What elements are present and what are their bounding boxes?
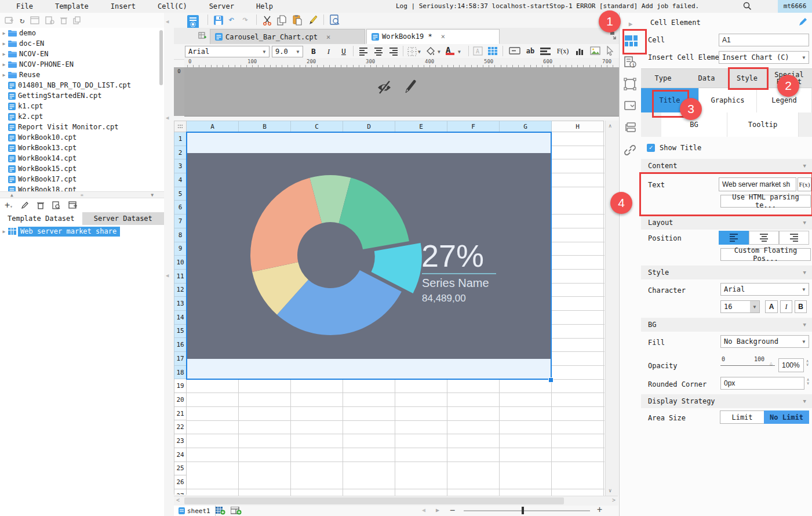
undo-button[interactable]: ↶ <box>228 13 234 25</box>
scroll-left-icon[interactable]: < <box>176 497 180 503</box>
hyperlink-panel-icon[interactable] <box>624 144 638 158</box>
align-center-icon[interactable] <box>373 46 384 58</box>
section-style[interactable]: Style▼ <box>641 266 812 279</box>
row-header-19[interactable]: 19 <box>174 379 187 393</box>
column-header-F[interactable]: F <box>447 121 500 132</box>
row-header-27[interactable]: 27 <box>174 489 187 495</box>
font-color-dropdown-icon[interactable]: ▼ <box>458 49 461 54</box>
tree-folder-ncov-phone-en[interactable]: ▶NCOV-PHONE-EN <box>0 59 164 70</box>
widget-panel-icon[interactable] <box>624 100 638 114</box>
paste-icon[interactable] <box>292 14 302 26</box>
row-header-24[interactable]: 24 <box>174 448 187 462</box>
tab-list-icon[interactable] <box>610 31 618 39</box>
row-header-3[interactable]: 3 <box>174 159 187 173</box>
italic-button[interactable]: I <box>323 46 334 57</box>
no-limit-button[interactable]: No Limit <box>764 410 809 424</box>
tree-file[interactable]: WorkBook17.cpt <box>0 174 164 184</box>
row-header-18[interactable]: 18 <box>174 366 187 380</box>
user-account-chip[interactable]: mt6666 <box>778 0 812 13</box>
tree-file[interactable]: WorkBook14.cpt <box>0 153 164 163</box>
selection-resize-handle[interactable] <box>548 377 554 383</box>
panel-splitter[interactable]: ▲=▼ <box>0 191 164 198</box>
tab-workbook19[interactable]: WorkBook19 * × <box>366 29 500 44</box>
fill-color-icon[interactable] <box>426 46 436 56</box>
tree-file[interactable]: k1.cpt <box>0 101 164 111</box>
row-header-23[interactable]: 23 <box>174 434 187 448</box>
font-size-select[interactable]: 9.0▼ <box>272 46 303 57</box>
zoom-out-icon[interactable]: − <box>450 505 455 515</box>
text-field-icon[interactable] <box>509 47 520 54</box>
new-folder-icon[interactable] <box>5 16 14 24</box>
edit-parameter-icon[interactable] <box>403 79 417 95</box>
underline-button[interactable]: U <box>338 46 349 57</box>
tree-file[interactable]: k2.cpt <box>0 111 164 122</box>
bold-style-button[interactable]: B <box>795 300 807 313</box>
column-header-C[interactable]: C <box>291 121 343 132</box>
tree-file[interactable]: Report Visit Monitor.cpt <box>0 122 164 132</box>
row-header-25[interactable]: 25 <box>174 462 187 476</box>
condition-panel-icon[interactable] <box>624 122 638 136</box>
row-header-21[interactable]: 21 <box>174 407 187 421</box>
custom-floating-button[interactable]: Custom Floating Pos... <box>720 248 811 261</box>
align-left-icon[interactable] <box>358 46 369 58</box>
tree-file[interactable]: GettingStartedEN.cpt <box>0 90 164 101</box>
position-right-button[interactable] <box>779 231 809 245</box>
zoom-in-icon[interactable]: + <box>597 504 602 515</box>
row-header-5[interactable]: 5 <box>174 187 187 201</box>
refresh-icon[interactable]: ↻ <box>20 16 24 24</box>
menu-item-file[interactable]: File <box>16 0 33 13</box>
collapse-handle-icon[interactable]: ◀ <box>166 115 169 121</box>
border-dropdown-icon[interactable]: ▼ <box>418 49 421 54</box>
row-header-14[interactable]: 14 <box>174 311 187 325</box>
font-color-icon[interactable]: A <box>446 45 454 55</box>
character-font-select[interactable]: Arial▼ <box>720 283 809 296</box>
tree-file[interactable]: 014801_NB_PR_TO_DO_LIST.cpt <box>0 80 164 90</box>
position-left-button[interactable] <box>719 231 749 245</box>
opacity-input[interactable]: 100% <box>778 358 804 372</box>
expand-arrow-icon[interactable]: ▶ <box>0 62 8 67</box>
column-header-G[interactable]: G <box>500 121 552 132</box>
close-tab-icon[interactable]: × <box>441 32 445 41</box>
redo-button[interactable]: ↷ <box>242 13 248 25</box>
rounded-corner-input[interactable]: 0px <box>720 377 804 390</box>
hide-preview-icon[interactable] <box>376 80 393 95</box>
tab-server-dataset[interactable]: Server Dataset <box>82 212 165 225</box>
fill-dropdown-icon[interactable]: ▼ <box>438 49 440 54</box>
row-header-12[interactable]: 12 <box>174 284 187 297</box>
limit-button[interactable]: Limit <box>720 410 764 424</box>
copy-icon[interactable] <box>73 16 81 24</box>
cell-ref-input[interactable]: A1 <box>719 34 809 46</box>
sheet-tab[interactable]: sheet1 <box>174 506 216 516</box>
prev-sheet-icon[interactable]: ◀ <box>422 507 425 513</box>
menu-item-insert[interactable]: Insert <box>111 0 136 13</box>
opacity-slider-handle[interactable]: △ <box>770 361 773 366</box>
image-insert-icon[interactable] <box>590 46 600 55</box>
delete-dataset-icon[interactable] <box>37 201 44 209</box>
section-display-strategy[interactable]: Display Strategy▼ <box>641 394 812 408</box>
row-header-10[interactable]: 10 <box>174 256 187 270</box>
section-layout[interactable]: Layout▼ <box>641 216 812 230</box>
cut-icon[interactable] <box>262 15 272 26</box>
fill-select[interactable]: No Background▼ <box>720 335 809 348</box>
new-template-icon[interactable] <box>198 32 206 40</box>
subtab-tooltip[interactable]: Tooltip <box>727 112 799 137</box>
expand-arrow-icon[interactable]: ▶ <box>0 31 8 36</box>
font-color-a-button[interactable]: A <box>765 300 778 313</box>
italic-style-button[interactable]: I <box>780 300 792 313</box>
preview-dataset-icon[interactable] <box>52 201 60 209</box>
font-family-select[interactable]: Arial▼ <box>185 46 270 57</box>
copy-doc-icon[interactable] <box>277 15 287 26</box>
expand-arrow-icon[interactable]: ▶ <box>0 72 8 78</box>
row-header-13[interactable]: 13 <box>174 297 187 311</box>
column-header-A[interactable]: A <box>187 121 239 132</box>
tree-file[interactable]: WorkBook13.cpt <box>0 143 164 153</box>
row-header-22[interactable]: 22 <box>174 420 187 434</box>
tab-data[interactable]: Data <box>685 69 728 88</box>
merge-cell-icon[interactable]: A <box>473 46 483 56</box>
column-header-E[interactable]: E <box>395 121 447 132</box>
row-header-1[interactable]: 1 <box>174 132 187 146</box>
expand-arrow-icon[interactable]: ▶ <box>0 229 8 234</box>
row-header-9[interactable]: 9 <box>174 242 187 256</box>
menu-item-server[interactable]: Server <box>209 0 234 13</box>
expand-arrow-icon[interactable]: ▶ <box>0 52 8 57</box>
